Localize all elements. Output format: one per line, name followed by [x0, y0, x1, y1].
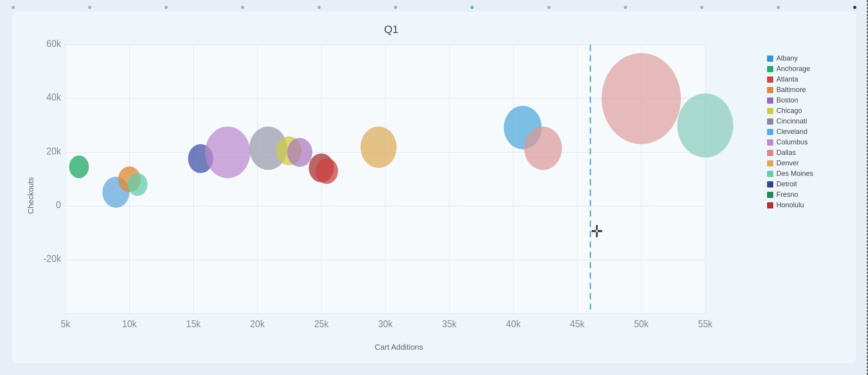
legend-swatch-anchorage [767, 66, 773, 72]
dot-11 [777, 6, 780, 9]
svg-text:30k: 30k [378, 318, 393, 329]
legend-label-boston: Boston [776, 96, 798, 104]
legend-swatch-detroit [767, 181, 773, 188]
bubble-desmoines [128, 173, 148, 196]
legend-label-cleveland: Cleveland [776, 128, 807, 136]
legend-area: AlbanyAnchorageAtlantaBaltimoreBostonChi… [759, 47, 845, 352]
svg-text:60k: 60k [47, 40, 61, 49]
legend-item-albany: Albany [767, 54, 841, 62]
legend-item-denver: Denver [767, 159, 841, 167]
bubble-denver [361, 127, 397, 168]
legend-label-des-moines: Des Moines [776, 170, 813, 178]
legend-swatch-chicago [767, 108, 773, 114]
legend-item-dallas: Dallas [767, 149, 841, 157]
dot-6 [394, 6, 397, 9]
legend-item-anchorage: Anchorage [767, 65, 841, 73]
legend-label-albany: Albany [776, 54, 798, 62]
y-axis-label: Checkouts [23, 40, 38, 352]
dot-1 [12, 6, 15, 9]
x-axis-label: Cart Additions [38, 340, 759, 352]
legend-label-denver: Denver [776, 159, 799, 167]
svg-text:50k: 50k [634, 318, 649, 329]
svg-text:55k: 55k [698, 318, 713, 329]
dot-4 [241, 6, 244, 9]
dot-3 [165, 6, 168, 9]
dot-8 [547, 6, 550, 9]
legend-item-honolulu: Honolulu [767, 201, 841, 209]
legend-item-des-moines: Des Moines [767, 170, 841, 178]
chart-inner: Checkouts [23, 40, 759, 352]
svg-text:35k: 35k [442, 318, 457, 329]
legend-swatch-cleveland [767, 129, 773, 135]
legend-label-fresno: Fresno [776, 191, 798, 199]
legend-item-fresno: Fresno [767, 191, 841, 199]
legend-swatch-cincinnati [767, 118, 773, 125]
svg-text:-20k: -20k [43, 253, 61, 264]
dot-9 [624, 6, 627, 9]
legend-swatch-denver [767, 160, 773, 167]
svg-text:20k: 20k [250, 318, 265, 329]
legend-label-atlanta: Atlanta [776, 75, 798, 83]
legend-label-columbus: Columbus [776, 138, 808, 146]
svg-text:25k: 25k [314, 318, 329, 329]
legend-item-atlanta: Atlanta [767, 75, 841, 83]
legend-label-anchorage: Anchorage [776, 65, 810, 73]
svg-text:15k: 15k [186, 318, 201, 329]
chart-title: Q1 [23, 23, 759, 36]
legend-swatch-fresno [767, 192, 773, 198]
chart-panel: Q1 Checkouts [12, 12, 856, 363]
dot-2 [88, 6, 91, 9]
legend-swatch-atlanta [767, 76, 773, 83]
dot-7 [470, 6, 474, 9]
legend-swatch-dallas [767, 150, 773, 156]
legend-item-chicago: Chicago [767, 107, 841, 115]
bubble-dallas-large [602, 53, 681, 144]
legend-label-chicago: Chicago [776, 107, 802, 115]
bubble-desmoines-large [677, 94, 733, 158]
legend-item-baltimore: Baltimore [767, 86, 841, 94]
legend-item-detroit: Detroit [767, 180, 841, 188]
svg-text:45k: 45k [570, 318, 585, 329]
legend-swatch-albany [767, 56, 773, 62]
legend-swatch-honolulu [767, 202, 773, 208]
legend-item-cleveland: Cleveland [767, 128, 841, 136]
svg-text:5k: 5k [61, 318, 70, 329]
scatter-plot[interactable]: 60k 40k 20k 0 -20k 5k 10k 15k 20k 25k 30… [38, 40, 759, 340]
svg-text:0: 0 [56, 199, 61, 210]
dot-5 [318, 6, 321, 9]
bubble-fresno [69, 156, 89, 179]
legend-label-honolulu: Honolulu [776, 201, 804, 209]
svg-text:40k: 40k [47, 91, 61, 103]
bubble-boston [287, 138, 312, 167]
legend-item-cincinnati: Cincinnati [767, 117, 841, 125]
legend-label-dallas: Dallas [776, 149, 796, 157]
legend-label-detroit: Detroit [776, 180, 797, 188]
legend-swatch-baltimore [767, 87, 773, 93]
dot-12 [853, 6, 856, 9]
legend-item-columbus: Columbus [767, 138, 841, 146]
legend-swatch-des-moines [767, 171, 773, 177]
bubble-columbus [205, 127, 250, 178]
cursor-icon: ✛ [591, 222, 603, 241]
dot-10 [700, 6, 703, 9]
legend-item-boston: Boston [767, 96, 841, 104]
legend-label-cincinnati: Cincinnati [776, 117, 807, 125]
svg-text:20k: 20k [47, 145, 61, 156]
legend-swatch-boston [767, 97, 773, 104]
chart-container: Q1 Checkouts [23, 23, 845, 352]
svg-text:40k: 40k [506, 318, 521, 329]
bubble-atlanta [316, 158, 338, 184]
plot-area: 60k 40k 20k 0 -20k 5k 10k 15k 20k 25k 30… [38, 40, 759, 352]
chart-area: Q1 Checkouts [23, 23, 759, 352]
svg-text:10k: 10k [122, 318, 137, 329]
bubble-dallas-small [524, 127, 562, 170]
legend-label-baltimore: Baltimore [776, 86, 806, 94]
legend-swatch-columbus [767, 139, 773, 146]
top-dots-row [0, 6, 868, 9]
